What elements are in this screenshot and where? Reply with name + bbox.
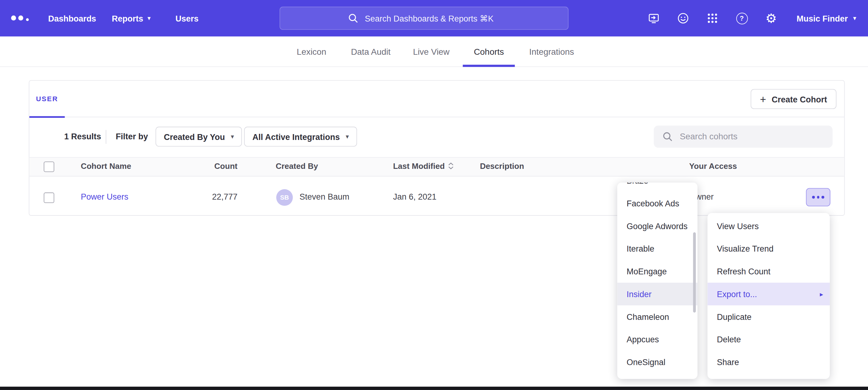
chevron-down-icon: ▾ bbox=[346, 134, 349, 139]
nav-users-label: Users bbox=[176, 13, 198, 23]
cohort-search-input[interactable] bbox=[680, 132, 813, 141]
mixpanel-logo[interactable] bbox=[11, 13, 31, 23]
logo-dot bbox=[26, 18, 29, 21]
cohorts-card: USER + Create Cohort 1 Results Filter by… bbox=[29, 80, 845, 216]
chevron-right-icon: ▸ bbox=[820, 290, 823, 298]
col-last-modified[interactable]: Last Modified bbox=[393, 161, 454, 170]
workspace-switcher[interactable]: Music Finder ▾ bbox=[797, 0, 856, 37]
apps-grid-icon[interactable] bbox=[705, 11, 720, 26]
smiley-icon[interactable] bbox=[676, 11, 690, 26]
row-checkbox[interactable] bbox=[44, 193, 54, 203]
tab-live-view[interactable]: Live View bbox=[402, 37, 461, 67]
filter-created-by-label: Created By You bbox=[164, 132, 225, 141]
menu-item-insider[interactable]: Insider bbox=[617, 283, 698, 305]
global-search-input[interactable] bbox=[365, 13, 500, 23]
nav-dashboards[interactable]: Dashboards bbox=[48, 0, 96, 37]
menu-item-facebook-ads[interactable]: Facebook Ads bbox=[617, 192, 698, 215]
top-navbar: Dashboards Reports ▾ Users bbox=[0, 0, 868, 37]
tab-data-audit[interactable]: Data Audit bbox=[340, 37, 402, 67]
workspace-name: Music Finder bbox=[797, 13, 848, 23]
export-submenu: Braze Facebook Ads Google Adwords Iterab… bbox=[617, 183, 698, 379]
tab-cohorts[interactable]: Cohorts bbox=[463, 37, 515, 67]
col-count: Count bbox=[182, 161, 238, 170]
filter-integrations[interactable]: All Active Integrations ▾ bbox=[244, 127, 357, 147]
question-mark: ? bbox=[736, 12, 748, 24]
tab-lexicon[interactable]: Lexicon bbox=[286, 37, 337, 67]
logo-dot bbox=[11, 15, 16, 20]
chevron-down-icon: ▾ bbox=[853, 15, 856, 21]
cohort-search[interactable] bbox=[654, 126, 833, 148]
submenu-scrollbar[interactable] bbox=[693, 232, 696, 313]
filter-by-label: Filter by bbox=[116, 132, 148, 141]
chevron-down-icon: ▾ bbox=[148, 15, 151, 21]
col-description: Description bbox=[480, 161, 524, 170]
menu-item-moengage[interactable]: MoEngage bbox=[617, 260, 698, 283]
menu-item-refresh-count[interactable]: Refresh Count bbox=[707, 260, 830, 283]
send-icon[interactable] bbox=[647, 11, 661, 26]
last-modified-date: Jan 6, 2021 bbox=[393, 192, 436, 201]
logo-dot bbox=[18, 15, 23, 20]
global-search[interactable] bbox=[279, 7, 568, 30]
app: Dashboards Reports ▾ Users bbox=[0, 0, 868, 390]
menu-item-visualize-trend[interactable]: Visualize Trend bbox=[707, 237, 830, 260]
section-tabs: Lexicon Data Audit Live View Cohorts Int… bbox=[0, 37, 868, 67]
menu-item-google-adwords[interactable]: Google Adwords bbox=[617, 215, 698, 237]
cohort-name-link[interactable]: Power Users bbox=[81, 192, 128, 201]
menu-item-export-to-label: Export to... bbox=[717, 289, 757, 299]
avatar: SB bbox=[276, 189, 293, 206]
plus-icon: + bbox=[760, 94, 766, 104]
tab-user-cohorts[interactable]: USER bbox=[29, 81, 65, 118]
bottom-edge-bar bbox=[0, 387, 868, 390]
menu-item-iterable[interactable]: Iterable bbox=[617, 237, 698, 260]
menu-item-duplicate[interactable]: Duplicate bbox=[707, 305, 830, 328]
divider bbox=[106, 130, 106, 144]
menu-item-chameleon[interactable]: Chameleon bbox=[617, 305, 698, 328]
export-submenu-list: Braze Facebook Ads Google Adwords Iterab… bbox=[617, 183, 698, 373]
row-actions-menu: View Users Visualize Trend Refresh Count… bbox=[707, 213, 830, 379]
tab-integrations[interactable]: Integrations bbox=[518, 37, 585, 67]
menu-item-export-to[interactable]: Export to... ▸ bbox=[707, 283, 830, 305]
results-count: 1 Results bbox=[64, 132, 101, 141]
create-cohort-label: Create Cohort bbox=[772, 94, 827, 104]
select-all-checkbox[interactable] bbox=[44, 161, 54, 172]
nav-dashboards-label: Dashboards bbox=[48, 13, 96, 23]
menu-item-view-users[interactable]: View Users bbox=[707, 215, 830, 237]
nav-users[interactable]: Users bbox=[176, 0, 198, 37]
help-icon[interactable]: ? bbox=[735, 11, 749, 26]
col-your-access: Your Access bbox=[689, 161, 737, 170]
search-icon bbox=[662, 131, 673, 142]
chevron-down-icon: ▾ bbox=[231, 134, 234, 139]
nav-reports[interactable]: Reports ▾ bbox=[112, 0, 150, 37]
menu-item-braze[interactable]: Braze bbox=[617, 183, 698, 192]
filter-created-by[interactable]: Created By You ▾ bbox=[155, 127, 242, 147]
col-created-by: Created By bbox=[276, 161, 318, 170]
card-header bbox=[29, 81, 844, 118]
dot bbox=[812, 196, 815, 198]
created-by-name: Steven Baum bbox=[300, 192, 349, 201]
create-cohort-button[interactable]: + Create Cohort bbox=[750, 89, 836, 109]
menu-item-share[interactable]: Share bbox=[707, 351, 830, 373]
menu-item-appcues[interactable]: Appcues bbox=[617, 328, 698, 351]
menu-item-delete[interactable]: Delete bbox=[707, 328, 830, 351]
sort-icon[interactable] bbox=[448, 162, 454, 170]
nav-reports-label: Reports bbox=[112, 13, 143, 23]
dot bbox=[817, 196, 819, 198]
menu-item-onesignal[interactable]: OneSignal bbox=[617, 351, 698, 373]
row-actions-button[interactable] bbox=[806, 188, 831, 206]
filter-integrations-label: All Active Integrations bbox=[252, 132, 340, 141]
search-icon bbox=[347, 12, 359, 24]
gear-icon[interactable]: ⚙ bbox=[764, 11, 778, 26]
cohort-count: 22,777 bbox=[182, 192, 238, 201]
col-cohort-name: Cohort Name bbox=[81, 161, 131, 170]
dot bbox=[822, 196, 824, 198]
